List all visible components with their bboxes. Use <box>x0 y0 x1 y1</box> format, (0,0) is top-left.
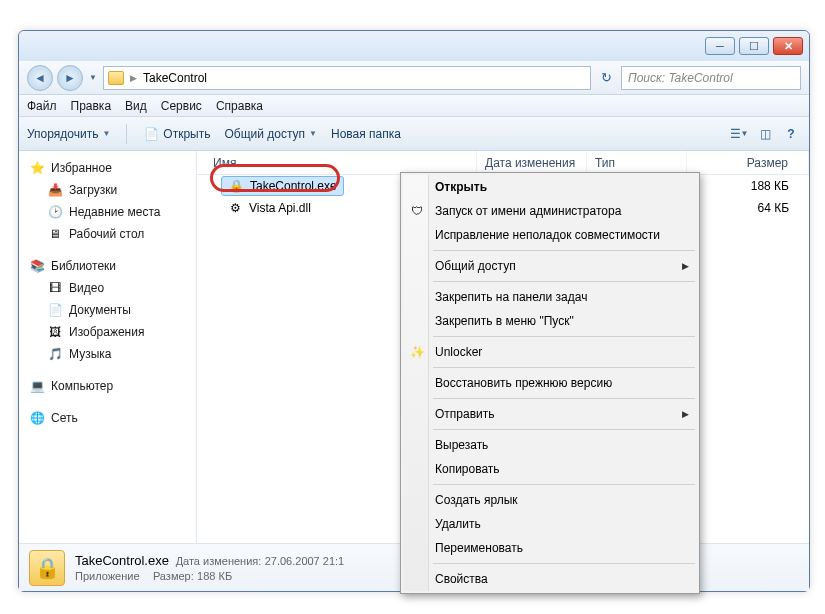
maximize-button[interactable]: ☐ <box>739 37 769 55</box>
ctx-cut[interactable]: Вырезать <box>403 433 697 457</box>
status-type: Приложение <box>75 570 140 582</box>
status-filename: TakeControl.exe <box>75 553 169 568</box>
menu-tools[interactable]: Сервис <box>161 99 202 113</box>
sidebar-item-videos[interactable]: 🎞Видео <box>19 277 196 299</box>
ctx-create-shortcut[interactable]: Создать ярлык <box>403 488 697 512</box>
ctx-copy[interactable]: Копировать <box>403 457 697 481</box>
libraries-icon: 📚 <box>29 258 45 274</box>
ctx-properties[interactable]: Свойства <box>403 567 697 591</box>
sidebar-favorites-header[interactable]: ⭐Избранное <box>19 157 196 179</box>
menu-view[interactable]: Вид <box>125 99 147 113</box>
ctx-share[interactable]: Общий доступ▶ <box>403 254 697 278</box>
ctx-troubleshoot[interactable]: Исправление неполадок совместимости <box>403 223 697 247</box>
file-name: Vista Api.dll <box>249 201 311 215</box>
ctx-run-as-admin[interactable]: 🛡Запуск от имени администратора <box>403 199 697 223</box>
ctx-unlocker[interactable]: ✨Unlocker <box>403 340 697 364</box>
menu-edit[interactable]: Правка <box>71 99 112 113</box>
breadcrumb-folder[interactable]: TakeControl <box>143 71 207 85</box>
downloads-icon: 📥 <box>47 182 63 198</box>
file-size: 64 КБ <box>687 197 809 219</box>
sidebar-network[interactable]: 🌐Сеть <box>19 407 196 429</box>
separator <box>126 124 127 144</box>
exe-icon: 🔒 <box>228 178 244 194</box>
ctx-open[interactable]: Открыть <box>403 175 697 199</box>
video-icon: 🎞 <box>47 280 63 296</box>
ctx-delete[interactable]: Удалить <box>403 512 697 536</box>
breadcrumb-sep-icon: ▶ <box>130 73 137 83</box>
help-button[interactable]: ? <box>781 125 801 143</box>
back-button[interactable]: ◄ <box>27 65 53 91</box>
view-options-button[interactable]: ☰ ▼ <box>729 125 749 143</box>
ctx-pin-taskbar[interactable]: Закрепить на панели задач <box>403 285 697 309</box>
star-icon: ⭐ <box>29 160 45 176</box>
folder-icon <box>108 71 124 85</box>
close-button[interactable]: ✕ <box>773 37 803 55</box>
forward-button[interactable]: ► <box>57 65 83 91</box>
menu-file[interactable]: Файл <box>27 99 57 113</box>
dll-icon: ⚙ <box>227 200 243 216</box>
file-size: 188 КБ <box>687 175 809 197</box>
search-box[interactable]: Поиск: TakeControl <box>621 66 801 90</box>
sidebar-item-recent[interactable]: 🕑Недавние места <box>19 201 196 223</box>
status-file-icon: 🔒 <box>29 550 65 586</box>
network-icon: 🌐 <box>29 410 45 426</box>
sidebar-computer[interactable]: 💻Компьютер <box>19 375 196 397</box>
sidebar-item-desktop[interactable]: 🖥Рабочий стол <box>19 223 196 245</box>
history-dropdown[interactable]: ▼ <box>87 72 99 84</box>
menu-bar: Файл Правка Вид Сервис Справка <box>19 95 809 117</box>
ctx-rename[interactable]: Переименовать <box>403 536 697 560</box>
music-icon: 🎵 <box>47 346 63 362</box>
shield-icon: 🛡 <box>409 203 425 219</box>
computer-icon: 💻 <box>29 378 45 394</box>
col-name[interactable]: Имя <box>197 151 477 174</box>
search-placeholder: Поиск: TakeControl <box>628 71 733 85</box>
picture-icon: 🖼 <box>47 324 63 340</box>
sidebar-item-downloads[interactable]: 📥Загрузки <box>19 179 196 201</box>
wand-icon: ✨ <box>409 344 425 360</box>
recent-icon: 🕑 <box>47 204 63 220</box>
file-name: TakeControl.exe <box>250 179 337 193</box>
newfolder-button[interactable]: Новая папка <box>331 127 401 141</box>
open-icon: 📄 <box>143 126 159 142</box>
open-button[interactable]: 📄Открыть <box>143 126 210 142</box>
sidebar-item-music[interactable]: 🎵Музыка <box>19 343 196 365</box>
nav-row: ◄ ► ▼ ▶ TakeControl ↻ Поиск: TakeControl <box>19 61 809 95</box>
preview-pane-button[interactable]: ◫ <box>755 125 775 143</box>
menu-help[interactable]: Справка <box>216 99 263 113</box>
col-date[interactable]: Дата изменения <box>477 151 587 174</box>
col-type[interactable]: Тип <box>587 151 687 174</box>
sidebar: ⭐Избранное 📥Загрузки 🕑Недавние места 🖥Ра… <box>19 151 197 543</box>
refresh-button[interactable]: ↻ <box>595 67 617 89</box>
ctx-restore[interactable]: Восстановить прежнюю версию <box>403 371 697 395</box>
toolbar: Упорядочить▼ 📄Открыть Общий доступ▼ Нова… <box>19 117 809 151</box>
sidebar-libraries-header[interactable]: 📚Библиотеки <box>19 255 196 277</box>
desktop-icon: 🖥 <box>47 226 63 242</box>
minimize-button[interactable]: ─ <box>705 37 735 55</box>
titlebar: ─ ☐ ✕ <box>19 31 809 61</box>
sidebar-item-documents[interactable]: 📄Документы <box>19 299 196 321</box>
organize-button[interactable]: Упорядочить▼ <box>27 127 110 141</box>
chevron-right-icon: ▶ <box>682 409 689 419</box>
share-button[interactable]: Общий доступ▼ <box>224 127 317 141</box>
col-size[interactable]: Размер <box>687 151 809 174</box>
ctx-sendto[interactable]: Отправить▶ <box>403 402 697 426</box>
ctx-pin-start[interactable]: Закрепить в меню "Пуск" <box>403 309 697 333</box>
context-menu: Открыть 🛡Запуск от имени администратора … <box>400 172 700 594</box>
sidebar-item-pictures[interactable]: 🖼Изображения <box>19 321 196 343</box>
address-bar[interactable]: ▶ TakeControl <box>103 66 591 90</box>
chevron-right-icon: ▶ <box>682 261 689 271</box>
document-icon: 📄 <box>47 302 63 318</box>
